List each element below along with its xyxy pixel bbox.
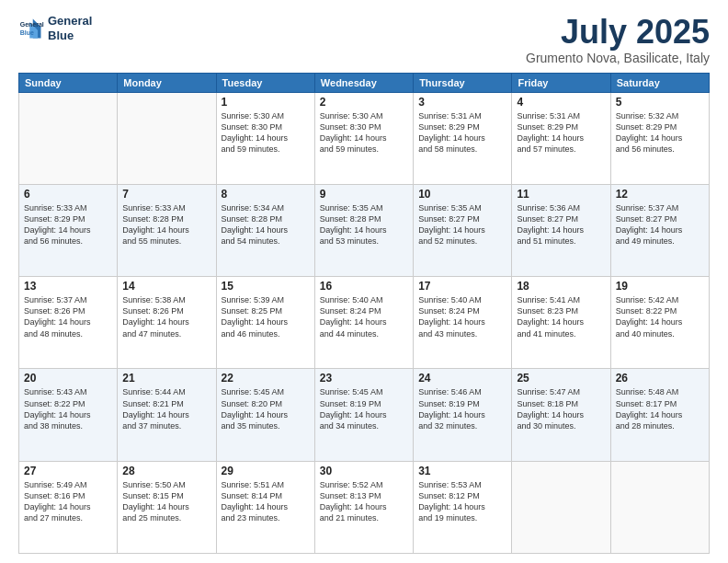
- table-row: 11Sunrise: 5:36 AM Sunset: 8:27 PM Dayli…: [512, 184, 610, 276]
- cell-content: Sunrise: 5:45 AM Sunset: 8:20 PM Dayligh…: [222, 386, 310, 431]
- logo-line2: Blue: [48, 29, 92, 43]
- day-number: 30: [320, 465, 408, 477]
- day-number: 20: [24, 372, 112, 385]
- cell-content: Sunrise: 5:41 AM Sunset: 8:23 PM Dayligh…: [517, 294, 605, 339]
- title-block: July 2025 Grumento Nova, Basilicate, Ita…: [526, 14, 710, 65]
- cell-content: Sunrise: 5:40 AM Sunset: 8:24 PM Dayligh…: [320, 294, 408, 339]
- page: General Blue General Blue July 2025 Grum…: [0, 0, 728, 563]
- day-number: 29: [222, 465, 310, 477]
- table-row: 8Sunrise: 5:34 AM Sunset: 8:28 PM Daylig…: [216, 184, 314, 276]
- cell-content: Sunrise: 5:49 AM Sunset: 8:16 PM Dayligh…: [24, 479, 112, 524]
- table-row: 22Sunrise: 5:45 AM Sunset: 8:20 PM Dayli…: [216, 369, 314, 461]
- col-monday: Monday: [118, 73, 216, 92]
- cell-content: Sunrise: 5:33 AM Sunset: 8:28 PM Dayligh…: [122, 202, 210, 247]
- cell-content: Sunrise: 5:40 AM Sunset: 8:24 PM Dayligh…: [418, 294, 506, 339]
- cell-content: Sunrise: 5:44 AM Sunset: 8:21 PM Dayligh…: [122, 386, 210, 431]
- cell-content: Sunrise: 5:30 AM Sunset: 8:30 PM Dayligh…: [222, 110, 310, 155]
- table-row: 16Sunrise: 5:40 AM Sunset: 8:24 PM Dayli…: [314, 277, 413, 369]
- table-row: [19, 92, 118, 184]
- calendar-week-row: 27Sunrise: 5:49 AM Sunset: 8:16 PM Dayli…: [19, 461, 710, 553]
- cell-content: Sunrise: 5:36 AM Sunset: 8:27 PM Dayligh…: [517, 202, 605, 247]
- col-sunday: Sunday: [19, 73, 118, 92]
- col-thursday: Thursday: [414, 73, 512, 92]
- cell-content: Sunrise: 5:38 AM Sunset: 8:26 PM Dayligh…: [122, 294, 210, 339]
- table-row: 18Sunrise: 5:41 AM Sunset: 8:23 PM Dayli…: [512, 277, 610, 369]
- logo: General Blue General Blue: [18, 14, 92, 42]
- col-tuesday: Tuesday: [216, 73, 314, 92]
- logo-text: General Blue: [48, 14, 92, 42]
- table-row: [118, 92, 216, 184]
- svg-text:Blue: Blue: [20, 29, 34, 36]
- cell-content: Sunrise: 5:35 AM Sunset: 8:27 PM Dayligh…: [418, 202, 506, 247]
- table-row: 28Sunrise: 5:50 AM Sunset: 8:15 PM Dayli…: [118, 461, 216, 553]
- calendar-week-row: 13Sunrise: 5:37 AM Sunset: 8:26 PM Dayli…: [19, 277, 710, 369]
- day-number: 7: [122, 188, 210, 201]
- calendar-week-row: 20Sunrise: 5:43 AM Sunset: 8:22 PM Dayli…: [19, 369, 710, 461]
- location-subtitle: Grumento Nova, Basilicate, Italy: [526, 51, 710, 65]
- month-title: July 2025: [526, 14, 710, 51]
- day-number: 17: [418, 280, 506, 293]
- day-number: 1: [222, 96, 310, 109]
- table-row: 12Sunrise: 5:37 AM Sunset: 8:27 PM Dayli…: [610, 184, 709, 276]
- table-row: 2Sunrise: 5:30 AM Sunset: 8:30 PM Daylig…: [314, 92, 413, 184]
- table-row: 6Sunrise: 5:33 AM Sunset: 8:29 PM Daylig…: [19, 184, 118, 276]
- cell-content: Sunrise: 5:31 AM Sunset: 8:29 PM Dayligh…: [517, 110, 605, 155]
- cell-content: Sunrise: 5:51 AM Sunset: 8:14 PM Dayligh…: [222, 479, 310, 524]
- table-row: 5Sunrise: 5:32 AM Sunset: 8:29 PM Daylig…: [610, 92, 709, 184]
- table-row: 13Sunrise: 5:37 AM Sunset: 8:26 PM Dayli…: [19, 277, 118, 369]
- day-number: 3: [418, 96, 506, 109]
- table-row: 27Sunrise: 5:49 AM Sunset: 8:16 PM Dayli…: [19, 461, 118, 553]
- day-number: 9: [320, 188, 408, 201]
- table-row: [512, 461, 610, 553]
- table-row: 9Sunrise: 5:35 AM Sunset: 8:28 PM Daylig…: [314, 184, 413, 276]
- table-row: 4Sunrise: 5:31 AM Sunset: 8:29 PM Daylig…: [512, 92, 610, 184]
- table-row: 31Sunrise: 5:53 AM Sunset: 8:12 PM Dayli…: [414, 461, 512, 553]
- table-row: 29Sunrise: 5:51 AM Sunset: 8:14 PM Dayli…: [216, 461, 314, 553]
- col-wednesday: Wednesday: [314, 73, 413, 92]
- cell-content: Sunrise: 5:42 AM Sunset: 8:22 PM Dayligh…: [616, 294, 704, 339]
- calendar-header-row: Sunday Monday Tuesday Wednesday Thursday…: [19, 73, 710, 92]
- day-number: 13: [24, 280, 112, 293]
- cell-content: Sunrise: 5:43 AM Sunset: 8:22 PM Dayligh…: [24, 386, 112, 431]
- svg-text:General: General: [20, 21, 44, 28]
- table-row: 3Sunrise: 5:31 AM Sunset: 8:29 PM Daylig…: [414, 92, 512, 184]
- day-number: 21: [122, 372, 210, 385]
- day-number: 5: [616, 96, 704, 109]
- cell-content: Sunrise: 5:46 AM Sunset: 8:19 PM Dayligh…: [418, 386, 506, 431]
- day-number: 19: [616, 280, 704, 293]
- day-number: 26: [616, 372, 704, 385]
- table-row: 17Sunrise: 5:40 AM Sunset: 8:24 PM Dayli…: [414, 277, 512, 369]
- logo-line1: General: [48, 14, 92, 29]
- day-number: 11: [517, 188, 605, 201]
- cell-content: Sunrise: 5:31 AM Sunset: 8:29 PM Dayligh…: [418, 110, 506, 155]
- table-row: 10Sunrise: 5:35 AM Sunset: 8:27 PM Dayli…: [414, 184, 512, 276]
- cell-content: Sunrise: 5:45 AM Sunset: 8:19 PM Dayligh…: [320, 386, 408, 431]
- calendar-table: Sunday Monday Tuesday Wednesday Thursday…: [18, 73, 710, 554]
- day-number: 6: [24, 188, 112, 201]
- table-row: 19Sunrise: 5:42 AM Sunset: 8:22 PM Dayli…: [610, 277, 709, 369]
- day-number: 8: [222, 188, 310, 201]
- cell-content: Sunrise: 5:33 AM Sunset: 8:29 PM Dayligh…: [24, 202, 112, 247]
- table-row: 21Sunrise: 5:44 AM Sunset: 8:21 PM Dayli…: [118, 369, 216, 461]
- day-number: 10: [418, 188, 506, 201]
- table-row: 1Sunrise: 5:30 AM Sunset: 8:30 PM Daylig…: [216, 92, 314, 184]
- day-number: 27: [24, 465, 112, 477]
- day-number: 2: [320, 96, 408, 109]
- cell-content: Sunrise: 5:47 AM Sunset: 8:18 PM Dayligh…: [517, 386, 605, 431]
- cell-content: Sunrise: 5:35 AM Sunset: 8:28 PM Dayligh…: [320, 202, 408, 247]
- day-number: 4: [517, 96, 605, 109]
- cell-content: Sunrise: 5:30 AM Sunset: 8:30 PM Dayligh…: [320, 110, 408, 155]
- table-row: 15Sunrise: 5:39 AM Sunset: 8:25 PM Dayli…: [216, 277, 314, 369]
- day-number: 12: [616, 188, 704, 201]
- cell-content: Sunrise: 5:39 AM Sunset: 8:25 PM Dayligh…: [222, 294, 310, 339]
- header: General Blue General Blue July 2025 Grum…: [18, 14, 710, 65]
- day-number: 14: [122, 280, 210, 293]
- table-row: 7Sunrise: 5:33 AM Sunset: 8:28 PM Daylig…: [118, 184, 216, 276]
- col-friday: Friday: [512, 73, 610, 92]
- table-row: 25Sunrise: 5:47 AM Sunset: 8:18 PM Dayli…: [512, 369, 610, 461]
- day-number: 24: [418, 372, 506, 385]
- day-number: 28: [122, 465, 210, 477]
- cell-content: Sunrise: 5:37 AM Sunset: 8:27 PM Dayligh…: [616, 202, 704, 247]
- day-number: 22: [222, 372, 310, 385]
- cell-content: Sunrise: 5:50 AM Sunset: 8:15 PM Dayligh…: [122, 479, 210, 524]
